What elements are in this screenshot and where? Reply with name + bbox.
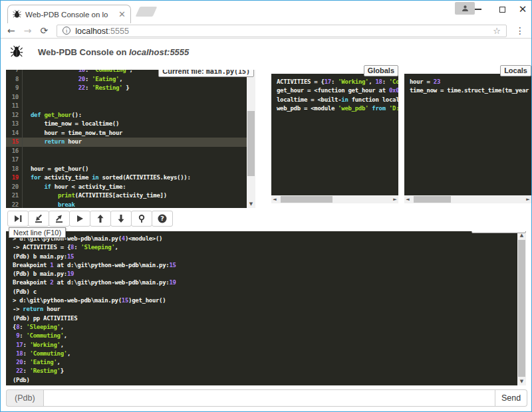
pdb-console-badge: PDB Console [471,231,526,233]
console-scrollbar[interactable]: ▲ ▼ [517,231,526,385]
globals-scrollbar[interactable]: ◄ ► [271,195,398,203]
return-button[interactable] [49,211,70,227]
maximize-button[interactable] [492,1,512,18]
line-number[interactable]: 20 [6,183,23,192]
code-line: 17 [6,155,247,165]
command-input[interactable] [43,389,495,407]
globals-line: ACTIVITIES = {17: 'Working', 18: 'Co [277,78,393,86]
console-line: 9: 'Commuting', [13,332,517,340]
locals-panel: Locals hour = 23time_now = time.struct_t… [404,74,531,203]
breakpoint-line-number[interactable]: 15 [6,138,23,147]
locals-scrollbar[interactable]: ◄ ► [404,195,531,203]
address-toolbar: ← → ⟳ i localhost:5555 ☆ ⋮ [1,23,531,39]
address-bar[interactable]: i localhost:5555 ☆ [57,25,507,37]
console-line: > d:\git\python-web-pdb\main.py(4)<modul… [13,235,517,243]
code-line: 13 time_now = localtime() [6,120,247,129]
locals-line: time_now = time.struct_time(tm_year [410,86,526,95]
tab-close-icon[interactable]: ✕ [118,9,126,19]
code-line: 12def get_hour(): [6,111,247,120]
favicon-bug-icon [13,10,21,19]
locals-line: hour = 23 [410,78,526,86]
scroll-left-icon[interactable]: ◄ [404,195,411,203]
webpdb-bug-logo-icon [10,45,23,58]
step-into-icon [33,213,44,224]
line-number[interactable]: 8 [6,75,23,84]
console-line: -> return hour [13,305,517,314]
arrow-up-icon [95,213,106,224]
debug-toolbar: ? [7,211,173,227]
app-header: Web-PDB Console on localhost:5555 [1,39,531,65]
code-line: 11 [6,102,247,111]
scroll-right-icon[interactable]: ► [392,195,398,203]
pdb-console-panel: PDB Console > d:\git\python-web-pdb\main… [6,231,526,385]
globals-list: ACTIVITIES = {17: 'Working', 18: 'Coget_… [271,74,398,195]
line-number[interactable]: 10 [6,93,23,102]
line-number[interactable]: 16 [6,147,23,156]
line-number[interactable]: 22 [6,201,23,209]
scroll-thumb[interactable] [518,240,525,377]
stack-down-button[interactable] [110,211,132,227]
line-number[interactable]: 14 [6,129,23,138]
code-line: 9 22: 'Resting' } [6,84,247,93]
line-number[interactable]: 18 [6,165,23,174]
code-line: 19for activity_time in sorted(ACTIVITIES… [6,173,247,183]
stack-up-button[interactable] [90,211,111,227]
scroll-left-icon[interactable]: ◄ [271,195,278,203]
current-file-panel: Current file: main.py(15) 7 18: 'Commuti… [6,70,255,208]
line-number[interactable]: 9 [6,84,23,93]
globals-line: localtime = <built-in function localti [277,96,393,104]
console-output: > d:\git\python-web-pdb\main.py(4)<modul… [6,231,517,385]
step-out-icon [54,213,65,224]
line-number[interactable]: 12 [6,111,23,120]
line-number[interactable]: 7 [6,70,23,75]
step-into-button[interactable] [28,211,49,227]
scroll-down-icon[interactable]: ▼ [517,378,526,385]
url-port: :5555 [108,27,129,36]
locals-list: hour = 23time_now = time.struct_time(tm_… [404,74,531,195]
bookmark-star-icon[interactable]: ☆ [493,26,501,36]
command-input-group: (Pdb) Send [6,389,527,407]
line-number[interactable]: 17 [6,155,23,165]
console-line: 18: 'Commuting', [13,350,517,358]
console-line: Breakpoint 1 at d:\git\python-web-pdb\ma… [13,261,517,270]
scroll-thumb[interactable] [247,111,255,176]
scroll-thumb[interactable] [281,196,332,203]
current-file-badge: Current file: main.py(15) [158,70,254,77]
close-button[interactable]: ✕ [513,1,532,18]
globals-line: get_hour = <function get_hour at 0x00 [277,86,393,95]
locals-badge: Locals [500,65,531,76]
scroll-thumb[interactable] [414,196,451,203]
svg-text:?: ? [160,215,164,222]
refresh-icon[interactable]: ⟳ [40,26,48,35]
console-line: -> ACTIVITIES = {8: 'Sleeping', [13,243,517,252]
code-line: 10 [6,93,247,102]
browser-menu-icon[interactable]: ⋮ [515,25,525,36]
code-line: 21 print(ACTIVITIES[activity_time]) [6,191,247,201]
console-line: (Pdb) [13,376,517,385]
back-icon[interactable]: ← [7,26,15,35]
send-button[interactable]: Send [495,389,527,407]
forward-icon[interactable]: → [24,26,32,35]
help-button[interactable]: ? [152,211,173,227]
line-number[interactable]: 13 [6,120,23,129]
globals-panel: Globals ACTIVITIES = {17: 'Working', 18:… [271,74,398,203]
next-line-button[interactable] [7,211,29,227]
scroll-right-icon[interactable]: ► [525,195,531,203]
next-line-tooltip: Next line (F10) [9,227,66,238]
console-line: Breakpoint 2 at d:\git\python-web-pdb\ma… [13,278,517,287]
continue-button[interactable] [69,211,90,227]
breakpoint-line-number[interactable]: 19 [6,173,23,183]
new-tab-button[interactable] [136,7,158,17]
console-line: (Pdb) b main.py:19 [13,270,517,278]
minimize-button[interactable] [468,1,488,18]
code-line: 14 hour = time_now.tm_hour [6,129,247,138]
browser-tab[interactable]: Web-PDB Console on lo ✕ [7,5,131,23]
console-line: (Pdb) pp ACTIVITIES [13,314,517,323]
line-number[interactable]: 11 [6,102,23,111]
page-info-icon[interactable]: i [63,27,70,35]
scroll-down-icon[interactable]: ▼ [247,201,255,207]
code-scrollbar[interactable]: ▲ ▼ [247,70,255,208]
console-line: > d:\git\python-web-pdb\main.py(15)get_h… [13,296,517,305]
line-number[interactable]: 21 [6,191,23,201]
where-button[interactable] [131,211,152,227]
